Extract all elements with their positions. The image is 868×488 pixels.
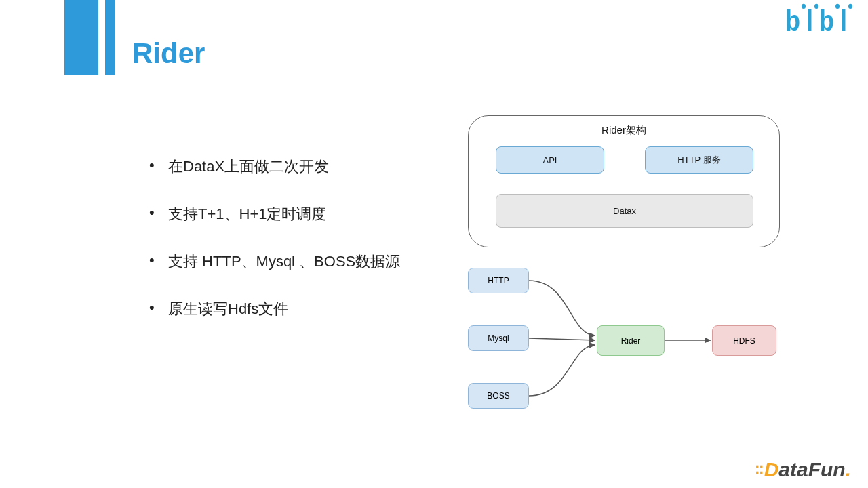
arch-box-datax: Datax <box>496 194 753 228</box>
bullet-item: 支持T+1、H+1定时调度 <box>149 204 434 224</box>
accent-bar-2 <box>105 0 115 75</box>
bullet-item: 支持 HTTP、Mysql 、BOSS数据源 <box>149 251 434 272</box>
datafun-logo: ::DataFun. <box>755 458 851 481</box>
bilibili-logo: blbl <box>785 4 853 38</box>
flow-box-mysql: Mysql <box>468 325 529 351</box>
architecture-panel: Rider架构 API HTTP 服务 Datax <box>468 115 780 247</box>
arch-title: Rider架构 <box>469 124 779 137</box>
flow-box-rider: Rider <box>597 325 665 356</box>
accent-bar-1 <box>64 0 98 75</box>
flow-diagram: HTTP Mysql BOSS Rider HDFS <box>468 268 787 420</box>
flow-box-hdfs: HDFS <box>712 325 776 356</box>
slide-title: Rider <box>132 37 205 70</box>
bullet-item: 在DataX上面做二次开发 <box>149 157 434 177</box>
bullet-item: 原生读写Hdfs文件 <box>149 299 434 319</box>
flow-box-boss: BOSS <box>468 383 529 409</box>
arch-box-http: HTTP 服务 <box>645 146 753 174</box>
flow-box-http: HTTP <box>468 268 529 293</box>
arch-box-api: API <box>496 146 604 174</box>
bullet-list: 在DataX上面做二次开发 支持T+1、H+1定时调度 支持 HTTP、Mysq… <box>122 157 434 346</box>
